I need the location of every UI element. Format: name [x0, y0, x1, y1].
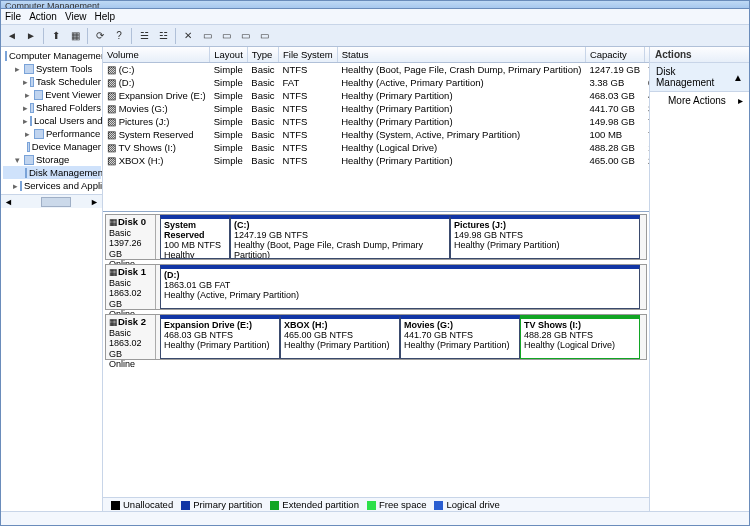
table-row[interactable]: ▨ Movies (G:)SimpleBasicNTFSHealthy (Pri…: [103, 102, 649, 115]
cell: ▨ Movies (G:): [103, 102, 210, 115]
node-icon: [30, 77, 34, 87]
legend-item: Primary partition: [181, 499, 262, 510]
cell: ▨ XBOX (H:): [103, 154, 210, 167]
column-header[interactable]: Capacity: [585, 47, 644, 63]
table-row[interactable]: ▨ Pictures (J:)SimpleBasicNTFSHealthy (P…: [103, 115, 649, 128]
props-icon[interactable]: ▦: [66, 27, 84, 45]
expand-icon[interactable]: ▾: [13, 155, 22, 165]
delete-icon[interactable]: ✕: [179, 27, 197, 45]
legend-item: Logical drive: [434, 499, 499, 510]
expand-icon[interactable]: ▸: [23, 116, 28, 126]
tree-item[interactable]: ▸Services and Applications: [3, 179, 101, 192]
cell: Basic: [247, 115, 278, 128]
tree-label: Services and Applications: [24, 180, 103, 191]
up-icon[interactable]: ⬆: [47, 27, 65, 45]
tree-item[interactable]: ▾Storage: [3, 153, 101, 166]
column-header[interactable]: File System: [279, 47, 338, 63]
tree-label: Task Scheduler: [36, 76, 101, 87]
partition[interactable]: Pictures (J:)149.98 GB NTFSHealthy (Prim…: [450, 215, 640, 259]
expand-icon[interactable]: ▸: [23, 103, 28, 113]
tree-label: Local Users and Groups: [34, 115, 103, 126]
volume-list: VolumeLayoutTypeFile SystemStatusCapacit…: [103, 47, 649, 212]
node-icon: [24, 64, 34, 74]
collapse-icon[interactable]: ▲: [733, 72, 743, 83]
volume-icon: ▨: [107, 103, 116, 114]
tree-item[interactable]: ▸Event Viewer: [3, 88, 101, 101]
actions-section[interactable]: Disk Management ▲: [650, 63, 749, 92]
cell: NTFS: [279, 128, 338, 141]
legend-swatch: [111, 501, 120, 510]
partition[interactable]: (D:)1863.01 GB FATHealthy (Active, Prima…: [160, 265, 640, 309]
tree-hscroll[interactable]: ◄►: [1, 194, 102, 208]
expand-icon[interactable]: ▸: [23, 77, 28, 87]
cell: Simple: [210, 115, 248, 128]
partition[interactable]: TV Shows (I:)488.28 GB NTFSHealthy (Logi…: [520, 315, 640, 359]
back-icon[interactable]: ◄: [3, 27, 21, 45]
tree-item[interactable]: Disk Management: [3, 166, 101, 179]
cell: ▨ System Reserved: [103, 128, 210, 141]
volume-icon: ▨: [107, 142, 116, 153]
table-row[interactable]: ▨ XBOX (H:)SimpleBasicNTFSHealthy (Prima…: [103, 154, 649, 167]
table-row[interactable]: ▨ System ReservedSimpleBasicNTFSHealthy …: [103, 128, 649, 141]
tree-item[interactable]: Computer Management (Local): [3, 49, 101, 62]
disk-c-icon[interactable]: ▭: [236, 27, 254, 45]
tree-item[interactable]: ▸Performance: [3, 127, 101, 140]
partition[interactable]: (C:)1247.19 GB NTFSHealthy (Boot, Page F…: [230, 215, 450, 259]
menu-help[interactable]: Help: [94, 11, 115, 22]
refresh-icon[interactable]: ⟳: [91, 27, 109, 45]
table-row[interactable]: ▨ TV Shows (I:)SimpleBasicNTFSHealthy (L…: [103, 141, 649, 154]
tree-item[interactable]: ▸Task Scheduler: [3, 75, 101, 88]
menu-action[interactable]: Action: [29, 11, 57, 22]
cell: 1247.19 GB: [585, 63, 644, 77]
menu-view[interactable]: View: [65, 11, 87, 22]
column-header[interactable]: Status: [337, 47, 585, 63]
partition[interactable]: XBOX (H:)465.00 GB NTFSHealthy (Primary …: [280, 315, 400, 359]
column-header[interactable]: Volume: [103, 47, 210, 63]
cell: Simple: [210, 89, 248, 102]
disk-d-icon[interactable]: ▭: [255, 27, 273, 45]
tree-item[interactable]: ▸Local Users and Groups: [3, 114, 101, 127]
disk-b-icon[interactable]: ▭: [217, 27, 235, 45]
cell: 149.98 GB: [585, 115, 644, 128]
tree-item[interactable]: Device Manager: [3, 140, 101, 153]
menu-file[interactable]: File: [5, 11, 21, 22]
table-row[interactable]: ▨ (D:)SimpleBasicFATHealthy (Active, Pri…: [103, 76, 649, 89]
partition[interactable]: Movies (G:)441.70 GB NTFSHealthy (Primar…: [400, 315, 520, 359]
tree-item[interactable]: ▸System Tools: [3, 62, 101, 75]
column-header[interactable]: Type: [247, 47, 278, 63]
expand-icon[interactable]: ▸: [13, 64, 22, 74]
table-row[interactable]: ▨ Expansion Drive (E:)SimpleBasicNTFSHea…: [103, 89, 649, 102]
cell: Healthy (Primary Partition): [337, 115, 585, 128]
tree-item[interactable]: ▸Shared Folders: [3, 101, 101, 114]
actions-section-label: Disk Management: [656, 66, 733, 88]
settings-icon[interactable]: ☳: [154, 27, 172, 45]
cell: Healthy (Logical Drive): [337, 141, 585, 154]
disk-row[interactable]: ▦Disk 0Basic1397.26 GBOnlineSystem Reser…: [105, 214, 647, 260]
cell: Healthy (Active, Primary Partition): [337, 76, 585, 89]
table-row[interactable]: ▨ (C:)SimpleBasicNTFSHealthy (Boot, Page…: [103, 63, 649, 77]
expand-icon[interactable]: ▸: [23, 129, 32, 139]
partition[interactable]: Expansion Drive (E:)468.03 GB NTFSHealth…: [160, 315, 280, 359]
cell: Healthy (Primary Partition): [337, 102, 585, 115]
disk-row[interactable]: ▦Disk 2Basic1863.02 GBOnlineExpansion Dr…: [105, 314, 647, 360]
sep: [87, 28, 88, 44]
actions-more[interactable]: More Actions ▸: [650, 92, 749, 109]
column-header[interactable]: Layout: [210, 47, 248, 63]
tree-label: Storage: [36, 154, 69, 165]
expand-icon[interactable]: ▸: [13, 181, 18, 191]
disk-row[interactable]: ▦Disk 1Basic1863.02 GBOnline(D:)1863.01 …: [105, 264, 647, 310]
node-icon: [30, 103, 34, 113]
legend: UnallocatedPrimary partitionExtended par…: [103, 497, 649, 511]
partition[interactable]: System Reserved100 MB NTFSHealthy (Syste…: [160, 215, 230, 259]
disk-a-icon[interactable]: ▭: [198, 27, 216, 45]
cell: NTFS: [279, 102, 338, 115]
legend-item: Free space: [367, 499, 427, 510]
tree-label: Disk Management: [29, 167, 103, 178]
legend-item: Unallocated: [111, 499, 173, 510]
help-icon[interactable]: ?: [110, 27, 128, 45]
list-icon[interactable]: ☱: [135, 27, 153, 45]
expand-icon[interactable]: ▸: [23, 90, 32, 100]
cell: Basic: [247, 128, 278, 141]
toolbar: ◄ ► ⬆ ▦ ⟳ ? ☱ ☳ ✕ ▭ ▭ ▭ ▭: [1, 25, 749, 47]
forward-icon[interactable]: ►: [22, 27, 40, 45]
